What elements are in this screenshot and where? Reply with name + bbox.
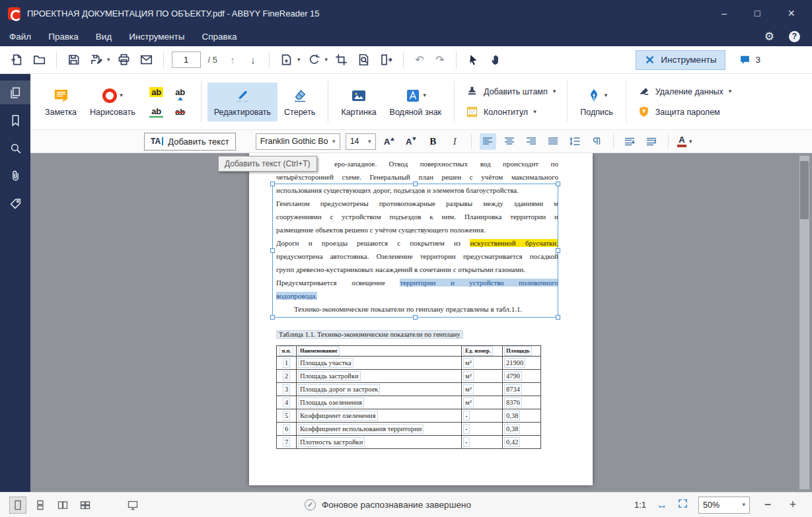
table-cell[interactable]: 3 bbox=[277, 383, 297, 396]
table-cell[interactable]: 8376 bbox=[503, 396, 541, 409]
selection-handle[interactable] bbox=[413, 315, 418, 320]
table-cell[interactable]: - bbox=[462, 436, 503, 449]
increase-paragraph-spacing-button[interactable] bbox=[622, 133, 638, 150]
table-cell[interactable]: 21900 bbox=[503, 357, 541, 370]
table-caption-text[interactable]: Таблица 1.1. Технико-экономические показ… bbox=[276, 330, 463, 339]
undo-button[interactable]: ↶ bbox=[412, 53, 427, 66]
table-cell[interactable]: 5 bbox=[277, 409, 297, 423]
table-cell[interactable]: Коэффициент озеленения bbox=[297, 409, 462, 423]
note-tool-button[interactable]: Заметка bbox=[38, 83, 83, 121]
line-spacing-button[interactable] bbox=[567, 133, 583, 150]
password-protection-button[interactable]: Защита паролем bbox=[638, 106, 732, 118]
selection-handle[interactable] bbox=[556, 315, 560, 320]
decrease-paragraph-spacing-button[interactable] bbox=[644, 133, 660, 150]
bookmarks-panel-button[interactable] bbox=[0, 108, 30, 132]
table-cell[interactable]: 1 bbox=[277, 357, 297, 370]
facing-pages-view-button[interactable] bbox=[54, 497, 71, 514]
fit-width-button[interactable]: ↔ bbox=[657, 499, 667, 511]
align-left-button[interactable] bbox=[480, 133, 496, 150]
selection-handle[interactable] bbox=[270, 248, 275, 253]
open-document-button[interactable] bbox=[30, 51, 48, 69]
watermark-tool-button[interactable]: ▾ Водяной знак bbox=[383, 83, 448, 121]
previous-page-button[interactable]: ↑ bbox=[225, 54, 240, 65]
edit-tool-button[interactable]: Редактировать bbox=[207, 83, 277, 121]
text-segment[interactable]: четырёхсторонней схеме. Генеральный план… bbox=[276, 173, 558, 181]
table-cell[interactable]: Площадь дорог и застроек bbox=[297, 383, 462, 396]
digital-signatures-panel-button[interactable] bbox=[0, 191, 30, 215]
text-block-selection-frame[interactable] bbox=[272, 184, 558, 318]
chevron-down-icon[interactable]: ▾ bbox=[729, 88, 732, 94]
align-justify-button[interactable] bbox=[545, 133, 562, 150]
table-cell[interactable]: 0,42 bbox=[503, 436, 541, 449]
table-header-cell[interactable]: Площадь bbox=[503, 346, 541, 357]
table-header-cell[interactable]: Наименование bbox=[297, 346, 462, 357]
italic-button[interactable]: I bbox=[447, 133, 463, 150]
email-button[interactable] bbox=[137, 51, 155, 69]
chevron-down-icon[interactable]: ▾ bbox=[553, 88, 556, 94]
increase-font-size-button[interactable]: А bbox=[381, 133, 398, 150]
insert-text-tool[interactable]: ab bbox=[173, 87, 187, 97]
save-as-button[interactable] bbox=[87, 51, 105, 69]
new-task-button[interactable] bbox=[8, 51, 26, 69]
table-cell[interactable]: м² bbox=[462, 383, 503, 396]
table-header-cell[interactable]: п.п. bbox=[277, 346, 297, 357]
menu-item-edit[interactable]: Правка bbox=[48, 32, 79, 42]
table-cell[interactable]: 0,38 bbox=[503, 423, 541, 436]
chevron-down-icon[interactable]: ▾ bbox=[605, 92, 608, 98]
table-cell[interactable]: Коэффициент использования территории bbox=[297, 423, 462, 436]
paragraph-mark-button[interactable] bbox=[589, 133, 605, 150]
minimize-button[interactable]: – bbox=[721, 9, 727, 18]
maximize-button[interactable]: □ bbox=[755, 9, 760, 18]
close-button[interactable]: × bbox=[788, 7, 795, 19]
table-cell[interactable]: 4790 bbox=[503, 370, 541, 383]
font-size-select[interactable]: 14 ▾ bbox=[346, 133, 376, 150]
table-cell[interactable]: 7 bbox=[277, 436, 297, 449]
select-tool-button[interactable] bbox=[464, 51, 482, 69]
crop-button[interactable] bbox=[332, 51, 350, 69]
comments-button[interactable]: 3 bbox=[739, 54, 760, 65]
table-cell[interactable]: Площадь участка bbox=[297, 357, 462, 370]
highlight-text-tool[interactable]: ab bbox=[149, 87, 163, 97]
print-button[interactable] bbox=[115, 51, 133, 69]
menu-item-help[interactable]: Справка bbox=[202, 32, 237, 42]
document-viewport[interactable]: еро-западное. Отвод поверхностных вод пр… bbox=[30, 153, 812, 492]
fit-page-button[interactable] bbox=[678, 499, 688, 511]
draw-tool-button[interactable]: ▾ Нарисовать bbox=[83, 83, 142, 121]
align-right-button[interactable] bbox=[523, 133, 540, 150]
align-center-button[interactable] bbox=[501, 133, 518, 150]
page-preview-button[interactable] bbox=[355, 51, 373, 69]
font-color-button[interactable]: А ▾ bbox=[677, 133, 693, 150]
header-footer-tool-button[interactable]: Колонтитул ▾ bbox=[466, 106, 556, 118]
table-cell[interactable]: м² bbox=[462, 396, 503, 409]
table-cell[interactable]: - bbox=[462, 423, 503, 436]
menu-item-file[interactable]: Файл bbox=[9, 32, 31, 42]
menu-item-view[interactable]: Вид bbox=[96, 32, 112, 42]
table-cell[interactable]: 8734 bbox=[503, 383, 541, 396]
chevron-down-icon[interactable]: ▾ bbox=[533, 109, 536, 115]
attachments-panel-button[interactable] bbox=[0, 164, 30, 188]
save-button[interactable] bbox=[65, 51, 83, 69]
zoom-out-button[interactable]: − bbox=[760, 498, 775, 512]
stamp-tool-button[interactable]: Добавить штамп ▾ bbox=[466, 85, 556, 98]
bold-button[interactable]: B bbox=[425, 133, 441, 150]
erase-tool-button[interactable]: Стереть bbox=[277, 83, 322, 121]
help-icon[interactable]: ? bbox=[789, 31, 800, 42]
font-family-select[interactable]: Franklin Gothic Bo ▾ bbox=[256, 133, 340, 150]
table-cell[interactable]: 6 bbox=[277, 423, 297, 436]
chevron-down-icon[interactable]: ▾ bbox=[297, 57, 301, 63]
selection-handle[interactable] bbox=[556, 248, 560, 253]
data-removal-tool-button[interactable]: Удаление данных ▾ bbox=[638, 85, 732, 98]
selection-handle[interactable] bbox=[413, 182, 418, 186]
fullscreen-view-button[interactable] bbox=[124, 497, 141, 514]
table-cell[interactable]: Площадь озеленения bbox=[297, 396, 462, 409]
table-cell[interactable]: м² bbox=[462, 357, 503, 370]
actual-size-button[interactable]: 1:1 bbox=[634, 500, 646, 510]
strikethrough-text-tool[interactable]: ab bbox=[173, 107, 187, 117]
table-cell[interactable]: Площадь застройки bbox=[297, 370, 462, 383]
page-number-input[interactable] bbox=[172, 52, 201, 68]
selection-handle[interactable] bbox=[556, 182, 560, 186]
table-cell[interactable]: 0,38 bbox=[503, 409, 541, 423]
pages-panel-button[interactable] bbox=[0, 81, 30, 104]
text-segment[interactable]: еро-западное. Отвод поверхностных вод пр… bbox=[334, 160, 558, 168]
send-pages-button[interactable] bbox=[377, 51, 395, 69]
